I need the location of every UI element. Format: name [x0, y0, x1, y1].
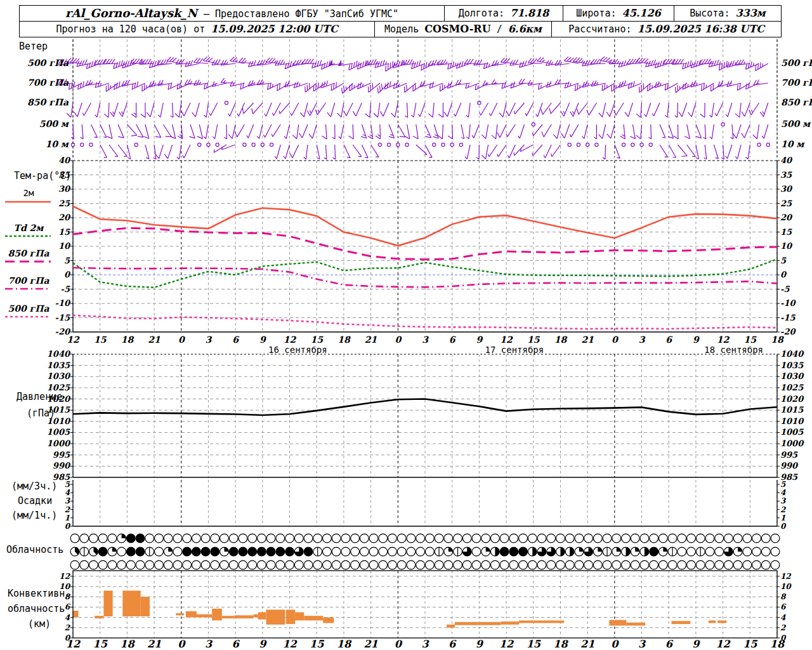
svg-text:1: 1	[780, 514, 785, 522]
svg-text:4: 4	[65, 613, 70, 622]
svg-text:1030: 1030	[47, 371, 71, 381]
wind-barbs-panel	[58, 39, 777, 159]
svg-text:12: 12	[284, 335, 297, 345]
svg-text:21: 21	[581, 335, 594, 345]
svg-text:40: 40	[58, 156, 71, 165]
svg-text:5: 5	[780, 480, 786, 489]
svg-text:1015: 1015	[780, 405, 804, 415]
svg-text:4: 4	[780, 488, 786, 497]
svg-text:12: 12	[59, 572, 70, 581]
svg-text:12: 12	[717, 335, 730, 345]
svg-text:12: 12	[780, 572, 792, 581]
svg-text:1025: 1025	[780, 383, 804, 392]
svg-text:10 м: 10 м	[45, 139, 69, 149]
svg-text:15: 15	[743, 638, 757, 650]
svg-text:3: 3	[65, 496, 71, 505]
svg-text:15: 15	[310, 638, 324, 650]
svg-text:10: 10	[58, 241, 71, 251]
svg-text:40: 40	[780, 156, 793, 165]
svg-text:3: 3	[422, 335, 429, 345]
svg-text:-10: -10	[55, 298, 71, 308]
svg-text:500 м: 500 м	[781, 119, 811, 129]
svg-text:850 гПа: 850 гПа	[781, 97, 812, 107]
svg-text:9: 9	[692, 638, 700, 650]
svg-text:9: 9	[476, 638, 484, 650]
svg-text:500 гПа: 500 гПа	[27, 58, 69, 68]
svg-text:700 гПа: 700 гПа	[781, 77, 812, 88]
svg-text:25: 25	[58, 199, 70, 208]
svg-text:21: 21	[580, 638, 594, 650]
svg-text:6: 6	[665, 335, 672, 345]
svg-text:21: 21	[363, 638, 377, 650]
svg-text:1020: 1020	[47, 394, 71, 404]
svg-text:500 м: 500 м	[39, 119, 70, 129]
svg-text:990: 990	[53, 461, 71, 470]
svg-text:0: 0	[612, 335, 619, 345]
svg-text:1035: 1035	[780, 361, 804, 370]
svg-text:995: 995	[53, 450, 70, 460]
svg-text:6: 6	[65, 602, 71, 611]
svg-text:6: 6	[449, 638, 457, 650]
svg-text:1010: 1010	[780, 416, 804, 426]
svg-text:4: 4	[65, 488, 70, 497]
svg-text:6: 6	[232, 335, 239, 345]
svg-text:6: 6	[665, 638, 674, 650]
svg-text:0: 0	[64, 270, 71, 279]
svg-text:18: 18	[121, 335, 134, 345]
svg-text:18: 18	[337, 638, 352, 650]
svg-text:0: 0	[65, 522, 71, 531]
svg-text:15: 15	[93, 638, 108, 650]
svg-text:17 сентября: 17 сентября	[485, 345, 544, 355]
svg-text:1030: 1030	[780, 371, 804, 381]
svg-text:-15: -15	[780, 313, 796, 322]
svg-text:15: 15	[58, 227, 70, 237]
svg-text:5: 5	[65, 480, 70, 489]
svg-text:1010: 1010	[47, 416, 71, 426]
svg-text:2: 2	[65, 623, 71, 632]
svg-text:16 сентября: 16 сентября	[268, 345, 327, 355]
svg-text:30: 30	[780, 184, 793, 194]
svg-text:25: 25	[780, 199, 792, 208]
svg-text:0: 0	[178, 638, 186, 650]
svg-text:700 гПа: 700 гПа	[27, 77, 69, 88]
svg-text:3: 3	[639, 335, 646, 345]
svg-text:3: 3	[638, 638, 646, 650]
svg-text:-10: -10	[780, 298, 796, 308]
svg-text:1000: 1000	[780, 439, 804, 448]
svg-text:1: 1	[65, 514, 70, 522]
svg-text:2: 2	[780, 505, 787, 514]
svg-text:0: 0	[611, 638, 619, 650]
svg-text:8: 8	[65, 592, 71, 601]
svg-text:35: 35	[780, 170, 792, 180]
svg-text:8: 8	[780, 592, 787, 601]
svg-text:15: 15	[527, 335, 540, 345]
svg-text:18: 18	[771, 335, 784, 345]
svg-text:3: 3	[780, 496, 787, 505]
svg-text:0: 0	[780, 522, 787, 531]
svg-text:1025: 1025	[47, 383, 70, 392]
svg-text:3: 3	[206, 335, 213, 345]
svg-text:15: 15	[527, 638, 541, 650]
svg-text:6: 6	[449, 335, 456, 345]
svg-text:3: 3	[421, 638, 429, 650]
svg-text:4: 4	[780, 613, 786, 622]
svg-text:-15: -15	[55, 313, 70, 322]
svg-text:9: 9	[693, 335, 700, 345]
svg-text:18: 18	[120, 638, 135, 650]
svg-text:6: 6	[232, 638, 240, 650]
svg-text:20: 20	[780, 213, 793, 222]
svg-text:30: 30	[58, 184, 71, 194]
svg-text:12: 12	[500, 335, 513, 345]
svg-text:1005: 1005	[780, 427, 804, 437]
svg-text:10 м: 10 м	[781, 139, 805, 149]
svg-text:10: 10	[780, 582, 792, 591]
svg-text:9: 9	[259, 638, 267, 650]
svg-text:1015: 1015	[47, 405, 70, 415]
svg-text:12: 12	[499, 638, 514, 650]
svg-text:990: 990	[780, 461, 799, 470]
svg-text:12: 12	[716, 638, 731, 650]
svg-text:0: 0	[395, 638, 403, 650]
svg-text:1040: 1040	[780, 349, 804, 359]
svg-text:10: 10	[59, 582, 70, 591]
meteogram-plot: 500 гПа500 гПа700 гПа700 гПа850 гПа850 г…	[0, 0, 812, 650]
